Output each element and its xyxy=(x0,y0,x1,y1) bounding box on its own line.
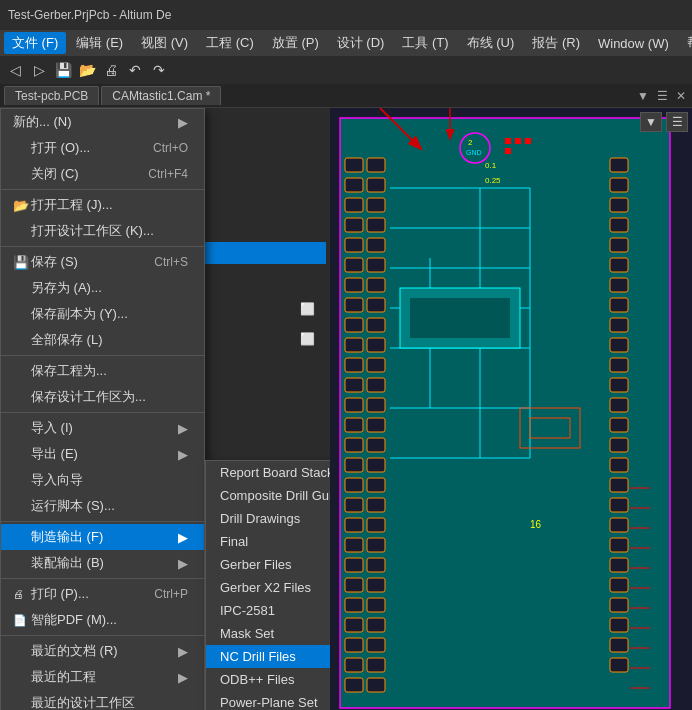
submenu-item-gerber-x2[interactable]: Gerber X2 Files xyxy=(206,576,330,599)
menu-route[interactable]: 布线 (U) xyxy=(459,32,523,54)
menu-item-fabrication[interactable]: 制造输出 (F) ▶ xyxy=(1,524,204,550)
toolbar-forward[interactable]: ▷ xyxy=(28,59,50,81)
svg-rect-73 xyxy=(610,258,628,272)
menu-item-import[interactable]: 导入 (I) ▶ xyxy=(1,415,204,441)
menu-item-recent-docs[interactable]: 最近的文档 (R) ▶ xyxy=(1,638,204,664)
menu-item-save-workspace[interactable]: 保存设计工作区为... xyxy=(1,384,204,410)
panel-file-icon-1: ⬜ xyxy=(300,302,315,316)
toolbar-back[interactable]: ◁ xyxy=(4,59,26,81)
toolbar-undo[interactable]: ↶ xyxy=(124,59,146,81)
menu-tools[interactable]: 工具 (T) xyxy=(394,32,456,54)
svg-rect-53 xyxy=(367,638,385,652)
svg-rect-83 xyxy=(610,458,628,472)
title-text: Test-Gerber.PrjPcb - Altium De xyxy=(8,8,171,22)
menu-item-recent-docs-label: 最近的文档 (R) xyxy=(31,642,170,660)
svg-rect-77 xyxy=(610,338,628,352)
tab-filter-icon[interactable]: ▼ xyxy=(635,89,651,103)
svg-rect-72 xyxy=(610,238,628,252)
menu-item-new[interactable]: 新的... (N) ▶ xyxy=(1,109,204,135)
menu-item-assembly[interactable]: 装配输出 (B) ▶ xyxy=(1,550,204,576)
menu-item-export-arrow: ▶ xyxy=(178,447,188,462)
svg-text:0.1: 0.1 xyxy=(485,161,497,170)
tab-cam[interactable]: CAMtastic1.Cam * xyxy=(101,86,221,105)
svg-rect-15 xyxy=(345,418,363,432)
menu-item-print[interactable]: 🖨 打印 (P)... Ctrl+P xyxy=(1,581,204,607)
rp-menu-btn[interactable]: ☰ xyxy=(666,112,688,132)
submenu-item-final[interactable]: Final xyxy=(206,530,330,553)
submenu-item-drill-drawings[interactable]: Drill Drawings xyxy=(206,507,330,530)
menu-item-recent-workspace-label: 最近的设计工作区 xyxy=(31,694,188,710)
menu-item-open[interactable]: 打开 (O)... Ctrl+O xyxy=(1,135,204,161)
left-panel: ⬜ ⬜ 新的... (N) ▶ 打开 (O)... Ctrl+O 关闭 (C) … xyxy=(0,108,330,710)
svg-rect-82 xyxy=(610,438,628,452)
svg-rect-88 xyxy=(610,558,628,572)
menu-item-recent-projects-label: 最近的工程 xyxy=(31,668,170,686)
svg-rect-3 xyxy=(345,178,363,192)
menu-item-save-copy[interactable]: 保存副本为 (Y)... xyxy=(1,301,204,327)
menu-window[interactable]: Window (W) xyxy=(590,34,677,53)
submenu-item-gerber-files[interactable]: Gerber Files xyxy=(206,553,330,576)
svg-rect-11 xyxy=(345,338,363,352)
toolbar-print[interactable]: 🖨 xyxy=(100,59,122,81)
menu-item-open-project[interactable]: 📂 打开工程 (J)... xyxy=(1,192,204,218)
menu-project[interactable]: 工程 (C) xyxy=(198,32,262,54)
menu-item-smart-pdf[interactable]: 📄 智能PDF (M)... xyxy=(1,607,204,633)
menu-report[interactable]: 报告 (R) xyxy=(524,32,588,54)
submenu-item-composite-drill[interactable]: Composite Drill Guide xyxy=(206,484,330,507)
toolbar-open[interactable]: 📂 xyxy=(76,59,98,81)
separator-6 xyxy=(1,578,204,579)
svg-rect-13 xyxy=(345,378,363,392)
menu-item-export[interactable]: 导出 (E) ▶ xyxy=(1,441,204,467)
menu-item-new-arrow: ▶ xyxy=(178,115,188,130)
submenu-item-power-plane[interactable]: Power-Plane Set xyxy=(206,691,330,710)
menu-item-saveas[interactable]: 另存为 (A)... xyxy=(1,275,204,301)
menu-edit[interactable]: 编辑 (E) xyxy=(68,32,131,54)
menu-item-import-wizard[interactable]: 导入向导 xyxy=(1,467,204,493)
submenu-item-ipc2581[interactable]: IPC-2581 xyxy=(206,599,330,622)
svg-text:GND: GND xyxy=(466,149,482,156)
svg-rect-91 xyxy=(610,618,628,632)
tab-menu-icon[interactable]: ☰ xyxy=(655,89,670,103)
svg-rect-27 xyxy=(345,658,363,672)
menu-item-recent-workspace[interactable]: 最近的设计工作区 xyxy=(1,690,204,710)
menu-item-save[interactable]: 💾 保存 (S) Ctrl+S xyxy=(1,249,204,275)
svg-rect-47 xyxy=(367,518,385,532)
menu-item-close[interactable]: 关闭 (C) Ctrl+F4 xyxy=(1,161,204,187)
menu-file[interactable]: 文件 (F) xyxy=(4,32,66,54)
menu-item-run-script[interactable]: 运行脚本 (S)... xyxy=(1,493,204,519)
menu-item-recent-projects[interactable]: 最近的工程 ▶ xyxy=(1,664,204,690)
menu-item-save-project[interactable]: 保存工程为... xyxy=(1,358,204,384)
menu-item-import-wizard-label: 导入向导 xyxy=(31,471,188,489)
menu-place[interactable]: 放置 (P) xyxy=(264,32,327,54)
main-area: ⬜ ⬜ 新的... (N) ▶ 打开 (O)... Ctrl+O 关闭 (C) … xyxy=(0,108,692,710)
toolbar-save[interactable]: 💾 xyxy=(52,59,74,81)
svg-rect-49 xyxy=(367,558,385,572)
svg-rect-85 xyxy=(610,498,628,512)
menu-help[interactable]: 帮助 (H) xyxy=(679,32,692,54)
toolbar-redo[interactable]: ↷ xyxy=(148,59,170,81)
rp-filter-btn[interactable]: ▼ xyxy=(640,112,662,132)
svg-rect-21 xyxy=(345,538,363,552)
submenu-item-mask-set[interactable]: Mask Set xyxy=(206,622,330,645)
menu-item-fabrication-label: 制造输出 (F) xyxy=(31,528,170,546)
submenu-item-nc-drill[interactable]: NC Drill Files xyxy=(206,645,330,668)
svg-rect-67 xyxy=(410,298,510,338)
svg-rect-90 xyxy=(610,598,628,612)
menu-view[interactable]: 视图 (V) xyxy=(133,32,196,54)
menu-item-new-label: 新的... (N) xyxy=(13,113,72,131)
menu-item-import-label: 导入 (I) xyxy=(31,419,170,437)
separator-5 xyxy=(1,521,204,522)
submenu-item-odb-plus[interactable]: ODB++ Files xyxy=(206,668,330,691)
svg-rect-86 xyxy=(610,518,628,532)
tab-close-icon[interactable]: ✕ xyxy=(674,89,688,103)
menu-item-save-all[interactable]: 全部保存 (L) xyxy=(1,327,204,353)
svg-rect-30 xyxy=(367,178,385,192)
svg-rect-35 xyxy=(367,278,385,292)
menu-design[interactable]: 设计 (D) xyxy=(329,32,393,54)
tab-pcb[interactable]: Test-pcb.PCB xyxy=(4,86,99,105)
submenu-item-report-board-stack[interactable]: Report Board Stack xyxy=(206,461,330,484)
menu-item-open-workspace[interactable]: 打开设计工作区 (K)... xyxy=(1,218,204,244)
svg-rect-18 xyxy=(345,478,363,492)
svg-rect-2 xyxy=(345,158,363,172)
svg-rect-6 xyxy=(345,238,363,252)
